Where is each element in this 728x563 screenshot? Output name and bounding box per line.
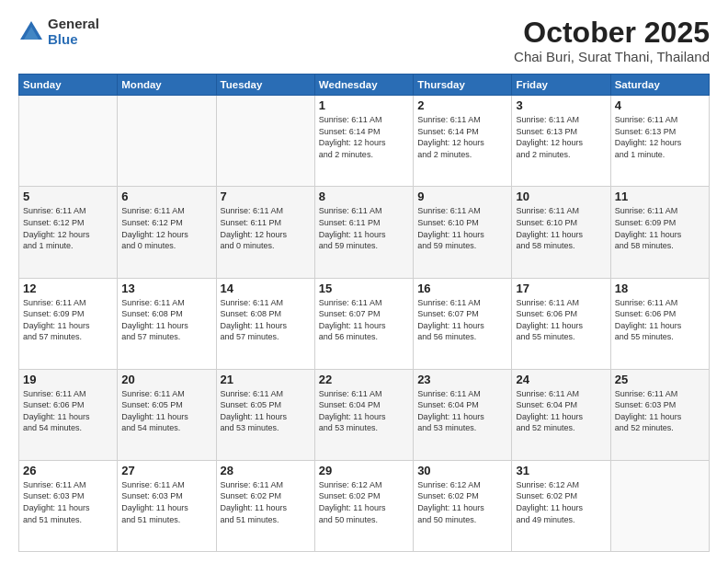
table-row: 10Sunrise: 6:11 AM Sunset: 6:10 PM Dayli… [512, 187, 610, 278]
day-info: Sunrise: 6:11 AM Sunset: 6:03 PM Dayligh… [121, 479, 211, 525]
table-row: 31Sunrise: 6:12 AM Sunset: 6:02 PM Dayli… [512, 460, 610, 551]
calendar-header-row: Sunday Monday Tuesday Wednesday Thursday… [19, 75, 710, 96]
calendar-week-row: 5Sunrise: 6:11 AM Sunset: 6:12 PM Daylig… [19, 187, 710, 278]
day-info: Sunrise: 6:11 AM Sunset: 6:07 PM Dayligh… [319, 297, 409, 343]
table-row [216, 96, 314, 187]
table-row: 30Sunrise: 6:12 AM Sunset: 6:02 PM Dayli… [414, 460, 512, 551]
day-number: 14 [221, 282, 311, 295]
day-number: 27 [121, 464, 211, 477]
day-number: 25 [615, 373, 705, 386]
table-row: 2Sunrise: 6:11 AM Sunset: 6:14 PM Daylig… [414, 96, 512, 187]
col-saturday: Saturday [610, 75, 709, 96]
day-number: 11 [615, 190, 705, 203]
day-number: 20 [121, 373, 211, 386]
day-info: Sunrise: 6:11 AM Sunset: 6:02 PM Dayligh… [221, 479, 311, 525]
day-number: 31 [516, 464, 606, 477]
table-row: 29Sunrise: 6:12 AM Sunset: 6:02 PM Dayli… [314, 460, 413, 551]
day-number: 26 [23, 464, 113, 477]
table-row: 7Sunrise: 6:11 AM Sunset: 6:11 PM Daylig… [216, 187, 314, 278]
table-row: 3Sunrise: 6:11 AM Sunset: 6:13 PM Daylig… [512, 96, 610, 187]
table-row: 19Sunrise: 6:11 AM Sunset: 6:06 PM Dayli… [19, 369, 118, 460]
day-number: 3 [516, 98, 606, 112]
day-info: Sunrise: 6:12 AM Sunset: 6:02 PM Dayligh… [319, 479, 409, 525]
day-number: 19 [23, 373, 113, 386]
table-row: 26Sunrise: 6:11 AM Sunset: 6:03 PM Dayli… [19, 460, 118, 551]
month-title: October 2025 [514, 17, 710, 49]
day-info: Sunrise: 6:11 AM Sunset: 6:04 PM Dayligh… [417, 388, 507, 434]
day-number: 6 [121, 190, 211, 203]
table-row [118, 96, 216, 187]
table-row: 25Sunrise: 6:11 AM Sunset: 6:03 PM Dayli… [610, 369, 709, 460]
day-info: Sunrise: 6:11 AM Sunset: 6:08 PM Dayligh… [121, 297, 211, 343]
table-row: 8Sunrise: 6:11 AM Sunset: 6:11 PM Daylig… [314, 187, 413, 278]
col-sunday: Sunday [19, 75, 118, 96]
table-row: 12Sunrise: 6:11 AM Sunset: 6:09 PM Dayli… [19, 278, 118, 369]
table-row [19, 96, 118, 187]
day-info: Sunrise: 6:11 AM Sunset: 6:10 PM Dayligh… [417, 205, 507, 251]
table-row: 14Sunrise: 6:11 AM Sunset: 6:08 PM Dayli… [216, 278, 314, 369]
day-info: Sunrise: 6:11 AM Sunset: 6:07 PM Dayligh… [417, 297, 507, 343]
day-number: 23 [417, 373, 507, 386]
logo-text: General Blue [48, 17, 99, 47]
day-info: Sunrise: 6:11 AM Sunset: 6:05 PM Dayligh… [221, 388, 311, 434]
table-row: 13Sunrise: 6:11 AM Sunset: 6:08 PM Dayli… [118, 278, 216, 369]
table-row: 23Sunrise: 6:11 AM Sunset: 6:04 PM Dayli… [414, 369, 512, 460]
day-number: 30 [417, 464, 507, 477]
header: General Blue October 2025 Chai Buri, Sur… [18, 17, 710, 64]
day-number: 18 [615, 282, 705, 295]
day-info: Sunrise: 6:11 AM Sunset: 6:04 PM Dayligh… [516, 388, 606, 434]
page: General Blue October 2025 Chai Buri, Sur… [0, 0, 728, 563]
day-info: Sunrise: 6:11 AM Sunset: 6:05 PM Dayligh… [121, 388, 211, 434]
day-info: Sunrise: 6:11 AM Sunset: 6:13 PM Dayligh… [516, 114, 606, 160]
col-monday: Monday [118, 75, 216, 96]
title-block: October 2025 Chai Buri, Surat Thani, Tha… [514, 17, 710, 64]
day-number: 22 [319, 373, 409, 386]
table-row: 16Sunrise: 6:11 AM Sunset: 6:07 PM Dayli… [414, 278, 512, 369]
table-row: 11Sunrise: 6:11 AM Sunset: 6:09 PM Dayli… [610, 187, 709, 278]
table-row: 28Sunrise: 6:11 AM Sunset: 6:02 PM Dayli… [216, 460, 314, 551]
day-number: 5 [23, 190, 113, 203]
day-info: Sunrise: 6:11 AM Sunset: 6:14 PM Dayligh… [417, 114, 507, 160]
table-row [610, 460, 709, 551]
day-number: 21 [221, 373, 311, 386]
day-info: Sunrise: 6:11 AM Sunset: 6:08 PM Dayligh… [221, 297, 311, 343]
table-row: 1Sunrise: 6:11 AM Sunset: 6:14 PM Daylig… [314, 96, 413, 187]
table-row: 24Sunrise: 6:11 AM Sunset: 6:04 PM Dayli… [512, 369, 610, 460]
table-row: 6Sunrise: 6:11 AM Sunset: 6:12 PM Daylig… [118, 187, 216, 278]
col-tuesday: Tuesday [216, 75, 314, 96]
table-row: 5Sunrise: 6:11 AM Sunset: 6:12 PM Daylig… [19, 187, 118, 278]
day-info: Sunrise: 6:11 AM Sunset: 6:06 PM Dayligh… [615, 297, 705, 343]
calendar-week-row: 19Sunrise: 6:11 AM Sunset: 6:06 PM Dayli… [19, 369, 710, 460]
day-info: Sunrise: 6:11 AM Sunset: 6:14 PM Dayligh… [319, 114, 409, 160]
col-friday: Friday [512, 75, 610, 96]
day-info: Sunrise: 6:11 AM Sunset: 6:13 PM Dayligh… [615, 114, 705, 160]
day-number: 9 [417, 190, 507, 203]
day-info: Sunrise: 6:11 AM Sunset: 6:11 PM Dayligh… [319, 205, 409, 251]
day-number: 12 [23, 282, 113, 295]
day-number: 13 [121, 282, 211, 295]
logo-general-text: General [48, 17, 99, 32]
day-info: Sunrise: 6:11 AM Sunset: 6:10 PM Dayligh… [516, 205, 606, 251]
table-row: 27Sunrise: 6:11 AM Sunset: 6:03 PM Dayli… [118, 460, 216, 551]
logo-blue-text: Blue [48, 32, 99, 48]
day-number: 28 [221, 464, 311, 477]
calendar-table: Sunday Monday Tuesday Wednesday Thursday… [18, 74, 710, 552]
day-number: 17 [516, 282, 606, 295]
table-row: 15Sunrise: 6:11 AM Sunset: 6:07 PM Dayli… [314, 278, 413, 369]
table-row: 21Sunrise: 6:11 AM Sunset: 6:05 PM Dayli… [216, 369, 314, 460]
day-info: Sunrise: 6:11 AM Sunset: 6:06 PM Dayligh… [23, 388, 113, 434]
day-info: Sunrise: 6:12 AM Sunset: 6:02 PM Dayligh… [516, 479, 606, 525]
table-row: 17Sunrise: 6:11 AM Sunset: 6:06 PM Dayli… [512, 278, 610, 369]
day-info: Sunrise: 6:11 AM Sunset: 6:11 PM Dayligh… [221, 205, 311, 251]
col-thursday: Thursday [414, 75, 512, 96]
calendar-week-row: 12Sunrise: 6:11 AM Sunset: 6:09 PM Dayli… [19, 278, 710, 369]
logo-icon [18, 19, 44, 45]
table-row: 22Sunrise: 6:11 AM Sunset: 6:04 PM Dayli… [314, 369, 413, 460]
logo: General Blue [18, 17, 99, 47]
day-number: 1 [319, 98, 409, 112]
day-info: Sunrise: 6:11 AM Sunset: 6:12 PM Dayligh… [23, 205, 113, 251]
table-row: 18Sunrise: 6:11 AM Sunset: 6:06 PM Dayli… [610, 278, 709, 369]
day-number: 7 [221, 190, 311, 203]
day-info: Sunrise: 6:11 AM Sunset: 6:09 PM Dayligh… [23, 297, 113, 343]
day-number: 8 [319, 190, 409, 203]
